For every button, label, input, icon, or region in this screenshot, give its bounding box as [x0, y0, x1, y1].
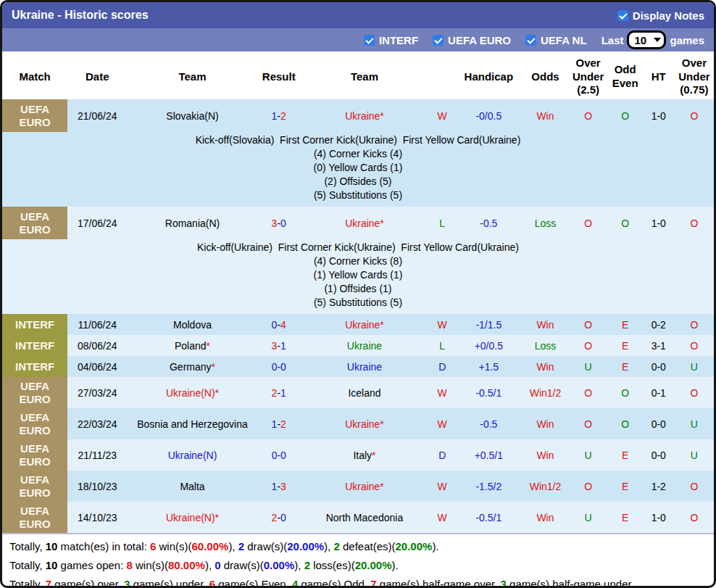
interf-checkbox-icon[interactable] — [364, 35, 375, 46]
filter-bar: INTERF UEFA EURO UEFA NL Last 10 games — [2, 28, 714, 51]
cell-result: 1-3 — [258, 471, 300, 502]
note-line: (0) Yellow Cards (1) — [2, 161, 714, 175]
cell-odds: Loss — [522, 207, 568, 239]
app-window: Ukraine - Historic scores Display Notes … — [0, 0, 716, 588]
display-notes-checkbox-icon[interactable] — [617, 10, 628, 21]
cell-team1: Moldova — [127, 314, 257, 335]
col-header-result: Result — [258, 54, 300, 99]
cell-ht: 1-0 — [643, 99, 675, 132]
cell-team1: Ukraine(N)* — [127, 502, 257, 533]
cell-team1: Ukraine(N)* — [127, 377, 257, 408]
page-title: Ukraine - Historic scores — [12, 9, 149, 22]
cell-handicap: -0.5/1 — [455, 502, 522, 533]
cell-team2: Iceland — [300, 377, 429, 408]
cell-handicap: -1.5/2 — [455, 471, 522, 502]
cell-ou25: U — [569, 439, 608, 471]
cell-wld: W — [429, 502, 455, 533]
cell-oddeven: O — [608, 99, 643, 132]
cell-date: 18/10/23 — [67, 471, 127, 502]
cell-ou25: O — [569, 99, 608, 132]
cell-wld: W — [429, 377, 455, 408]
competition-badge: INTERF — [2, 356, 67, 377]
cell-odds: Win — [522, 408, 568, 439]
cell-date: 21/11/23 — [67, 439, 127, 471]
cell-result: 2-1 — [258, 377, 300, 408]
match-row: UEFA EURO27/03/24Ukraine(N)*2-1IcelandW-… — [2, 377, 714, 408]
display-notes-toggle[interactable]: Display Notes — [617, 9, 704, 22]
cell-date: 08/06/24 — [67, 335, 127, 356]
note-line: (1) Yellow Cards (1) — [2, 268, 714, 282]
cell-wld: W — [429, 99, 455, 132]
filter-uefa-euro-toggle[interactable]: UEFA EURO — [433, 34, 511, 46]
cell-ht: 3-1 — [643, 335, 675, 356]
col-header-odds: Odds — [522, 54, 568, 99]
cell-ou075: U — [675, 356, 714, 377]
filter-uefa-nl-toggle[interactable]: UEFA NL — [525, 34, 587, 46]
uefa-euro-checkbox-icon[interactable] — [433, 35, 444, 46]
totals-line: Totally, 10 match(es) in total: 6 win(s)… — [9, 537, 707, 556]
cell-odds: Win1/2 — [522, 471, 568, 502]
cell-wld: L — [429, 207, 455, 239]
cell-oddeven: E — [608, 356, 643, 377]
note-line: Kick-off(Slovakia) First Corner Kick(Ukr… — [2, 133, 714, 147]
cell-odds: Win1/2 — [522, 377, 568, 408]
cell-ou075: O — [675, 471, 714, 502]
cell-date: 17/06/24 — [67, 207, 127, 239]
cell-team2: Ukraine* — [300, 408, 429, 439]
cell-date: 14/10/23 — [67, 502, 127, 533]
cell-wld: D — [429, 356, 455, 377]
col-header-date: Date — [67, 54, 127, 99]
cell-ou25: O — [569, 335, 608, 356]
col-header-team1: Team — [127, 54, 257, 99]
cell-handicap: +1.5 — [455, 356, 522, 377]
cell-handicap: +0.5/1 — [455, 439, 522, 471]
cell-odds: Win — [522, 502, 568, 533]
title-bar: Ukraine - Historic scores Display Notes — [2, 2, 714, 28]
cell-team1: Germany* — [127, 356, 257, 377]
uefa-nl-checkbox-icon[interactable] — [525, 35, 536, 46]
cell-handicap: -0.5/1 — [455, 377, 522, 408]
cell-team1: Malta — [127, 471, 257, 502]
competition-badge: UEFA EURO — [2, 99, 67, 132]
notes-row: Kick-off(Ukraine) First Corner Kick(Ukra… — [2, 239, 714, 314]
cell-team1: Romania(N) — [127, 207, 257, 239]
cell-ht: 1-0 — [643, 502, 675, 533]
filter-uefa-euro-label: UEFA EURO — [448, 34, 511, 46]
results-body: UEFA EURO21/06/24Slovakia(N)1-2Ukraine*W… — [2, 99, 714, 533]
cell-ou25: O — [569, 207, 608, 239]
last-games-select[interactable]: 10 — [627, 30, 666, 49]
competition-badge: INTERF — [2, 335, 67, 356]
cell-team2: Ukraine* — [300, 471, 429, 502]
cell-ht: 0-0 — [643, 408, 675, 439]
col-header-over-under-075: Over Under (0.75) — [675, 54, 714, 99]
cell-result: 3-0 — [258, 207, 300, 239]
competition-badge: UEFA EURO — [2, 207, 67, 239]
last-games-group: Last 10 games — [601, 30, 704, 49]
cell-ou25: O — [569, 314, 608, 335]
cell-team1: Poland* — [127, 335, 257, 356]
cell-oddeven: O — [608, 377, 643, 408]
table-header: Match Date Team Result Team Handicap Odd… — [2, 54, 714, 99]
cell-handicap: -0.5 — [455, 408, 522, 439]
last-label: Last — [601, 34, 624, 46]
cell-wld: L — [429, 335, 455, 356]
cell-ou25: O — [569, 377, 608, 408]
cell-odds: Loss — [522, 335, 568, 356]
competition-badge: INTERF — [2, 314, 67, 335]
cell-ht: 0-1 — [643, 377, 675, 408]
cell-ou075: U — [675, 439, 714, 471]
filter-interf-toggle[interactable]: INTERF — [364, 34, 418, 46]
notes-row: Kick-off(Slovakia) First Corner Kick(Ukr… — [2, 132, 714, 207]
cell-result: 0-4 — [258, 314, 300, 335]
cell-odds: Win — [522, 356, 568, 377]
col-header-ht: HT — [643, 54, 675, 99]
cell-ht: 0-0 — [643, 356, 675, 377]
cell-odds: Win — [522, 314, 568, 335]
cell-team2: Italy* — [300, 439, 429, 471]
cell-result: 3-1 — [258, 335, 300, 356]
match-row: UEFA EURO22/03/24Bosnia and Herzegovina1… — [2, 408, 714, 439]
cell-result: 0-0 — [258, 356, 300, 377]
cell-wld: D — [429, 439, 455, 471]
last-games-select-wrap[interactable]: 10 — [627, 30, 666, 49]
cell-ou25: U — [569, 502, 608, 533]
